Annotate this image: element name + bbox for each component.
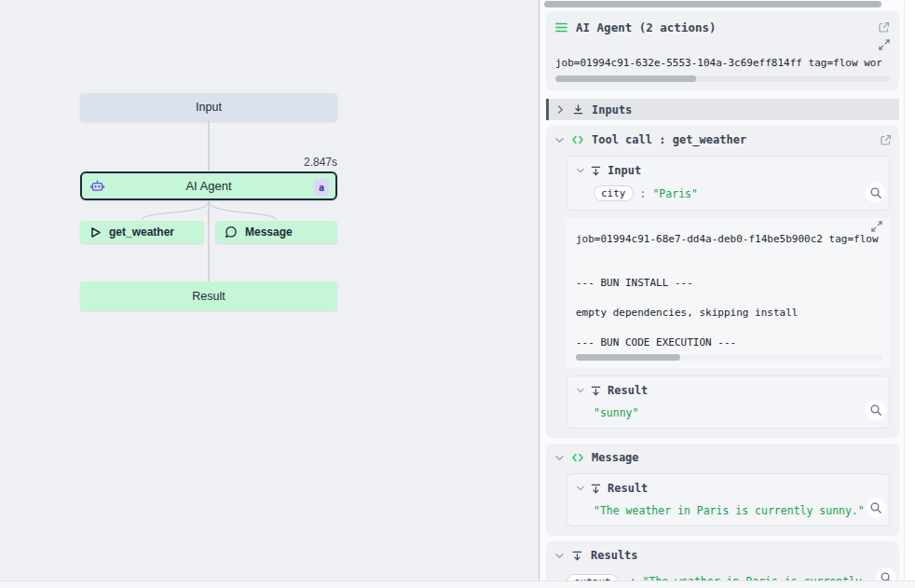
robot-icon: [90, 180, 104, 194]
chevron-down-icon[interactable]: [577, 485, 584, 492]
message-result-label: Result: [608, 482, 648, 495]
tool-log-block: job=01994c91-68e7-dd4a-deb0-f14be5b900c2…: [567, 218, 890, 368]
node-agent-label: AI Agent: [185, 179, 231, 193]
chevron-down-icon[interactable]: [555, 552, 564, 560]
panel-divider: [539, 0, 539, 588]
chevron-down-icon[interactable]: [555, 136, 564, 144]
tool-input-label: Input: [608, 164, 641, 177]
chevron-down-icon[interactable]: [555, 454, 564, 462]
expand-icon[interactable]: [879, 39, 890, 52]
tool-result-value: "sunny": [594, 406, 881, 419]
agent-badge: a: [314, 179, 329, 196]
run-details-panel: AI Agent (2 actions): [540, 0, 904, 588]
inputs-label: Inputs: [592, 103, 632, 116]
duration-label: 2.847s: [244, 156, 337, 169]
results-label: Results: [591, 549, 638, 562]
code-icon: [572, 453, 583, 462]
open-in-new-icon[interactable]: [880, 134, 892, 146]
results-header[interactable]: Results: [553, 547, 892, 564]
node-get-weather-label: get_weather: [109, 226, 174, 239]
tool-result-subsection: Result "sunny": [567, 376, 890, 429]
flow-canvas[interactable]: Input 2.847s AI Agent a get_weather: [0, 0, 539, 588]
colon: :: [640, 187, 647, 200]
play-icon: [89, 226, 102, 239]
arrow-down-from-line-icon: [591, 386, 601, 396]
city-key-pill: city: [594, 185, 634, 201]
agent-header-block: AI Agent (2 actions): [546, 11, 899, 90]
search-icon[interactable]: [867, 499, 884, 516]
log-empty-deps: empty dependencies, skipping install: [576, 307, 882, 320]
tool-progress-bar: [576, 354, 882, 361]
tool-call-title: Tool call : get_weather: [592, 133, 746, 146]
node-input-label: Input: [196, 101, 222, 114]
message-result-value: "The weather in Paris is currently sunny…: [594, 504, 881, 517]
inputs-section-header[interactable]: Inputs: [546, 99, 899, 120]
search-icon[interactable]: [867, 402, 884, 418]
code-icon: [572, 135, 583, 144]
list-icon: [555, 22, 567, 33]
flow-node-result[interactable]: Result: [80, 281, 337, 310]
horizontal-scrollbar-thumb[interactable]: [544, 1, 881, 7]
speech-bubble-icon: [225, 226, 238, 239]
message-result-header[interactable]: Result: [577, 481, 881, 496]
vertical-scrollbar[interactable]: [904, 0, 915, 588]
tool-input-subsection: Input city : "Paris": [567, 156, 890, 211]
search-icon[interactable]: [867, 185, 884, 201]
tool-call-header[interactable]: Tool call : get_weather: [553, 131, 892, 148]
tool-job-log-line: job=01994c91-68e7-dd4a-deb0-f14be5b900c2…: [576, 233, 882, 246]
tool-result-header[interactable]: Result: [577, 383, 881, 398]
message-section: Message Result "The weather in Paris is …: [546, 444, 899, 536]
arrow-down-from-line-icon: [591, 166, 601, 176]
arrow-down-from-line-icon: [572, 551, 582, 561]
city-value: "Paris": [652, 187, 697, 200]
tool-call-section: Tool call : get_weather Input: [546, 126, 899, 438]
node-result-label: Result: [192, 290, 225, 303]
node-message-label: Message: [245, 226, 293, 239]
tool-input-header[interactable]: Input: [577, 163, 881, 178]
flow-node-input[interactable]: Input: [80, 93, 337, 121]
message-result-subsection: Result "The weather in Paris is currentl…: [567, 473, 890, 526]
flow-node-message[interactable]: Message: [215, 221, 337, 243]
bottom-strip: [0, 581, 915, 588]
log-bun-install: --- BUN INSTALL ---: [576, 277, 882, 290]
arrow-down-from-line-icon: [591, 484, 601, 494]
flow-node-ai-agent[interactable]: AI Agent a: [80, 171, 337, 200]
message-title: Message: [592, 451, 639, 464]
panel-title: AI Agent (2 actions): [576, 21, 717, 34]
horizontal-scrollbar[interactable]: [544, 0, 902, 8]
chevron-down-icon[interactable]: [577, 387, 584, 394]
message-header[interactable]: Message: [553, 449, 892, 466]
chevron-down-icon[interactable]: [577, 167, 584, 174]
expand-icon[interactable]: [871, 221, 882, 233]
flow-node-get-weather[interactable]: get_weather: [80, 221, 204, 243]
open-in-new-icon[interactable]: [878, 21, 890, 34]
log-bun-exec: --- BUN CODE EXECUTION ---: [576, 336, 882, 349]
chevron-right-icon[interactable]: [556, 105, 565, 114]
job-log-line: job=01994c91-632e-5553-104a-3c69eff814ff…: [555, 57, 890, 70]
arrow-down-to-line-icon: [573, 104, 583, 115]
tool-result-label: Result: [608, 384, 648, 397]
job-progress-bar: [555, 75, 890, 82]
